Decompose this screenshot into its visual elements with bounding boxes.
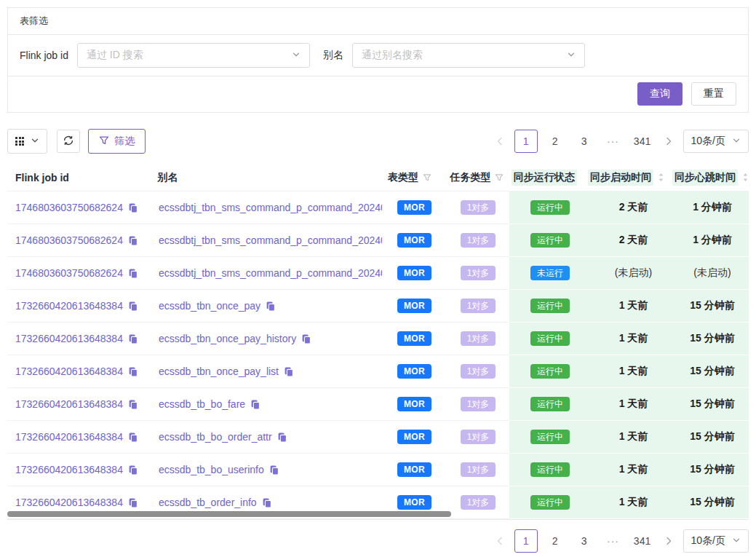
alias-cell: ecssdb_tb_bo_order_attr — [151, 421, 382, 454]
status-badge: 未运行 — [530, 266, 570, 280]
flink-job-id-select[interactable]: 通过 ID 搜索 — [77, 43, 310, 68]
page-button-341[interactable]: 341 — [631, 130, 654, 153]
column-title: 表类型 — [388, 171, 418, 184]
flink-job-id-link[interactable]: 1732660420613648384 — [15, 300, 123, 312]
query-button[interactable]: 查询 — [637, 82, 683, 106]
alias-cell: ecssdbtj_tbn_sms_command_p_command_20240… — [151, 191, 382, 224]
col-sync-heartbeat-time: 同步心跳时间 — [671, 170, 749, 186]
page-ellipsis[interactable]: ··· — [602, 529, 625, 553]
table-header-row: Flink job id别名表类型任务类型同步运行状态同步启动时间同步心跳时间 — [7, 164, 749, 191]
sync-start-time-cell: 2 天前 — [591, 224, 676, 257]
page-button-2[interactable]: 2 — [544, 130, 567, 153]
flink-job-id-link[interactable]: 1746803603750682624 — [15, 202, 123, 213]
flink-job-id-link[interactable]: 1746803603750682624 — [15, 267, 123, 279]
flink-job-id-link[interactable]: 1732660420613648384 — [15, 333, 123, 344]
table-row: 1732660420613648384ecssdb_tbn_once_payMO… — [7, 290, 749, 323]
copy-icon[interactable] — [301, 333, 311, 344]
sync-jobs-table: Flink job id别名表类型任务类型同步运行状态同步启动时间同步心跳时间 … — [7, 164, 749, 520]
alias-link[interactable]: ecssdb_tbn_once_pay_list — [159, 366, 279, 377]
reset-button[interactable]: 重置 — [691, 82, 736, 106]
table-type-cell: MOR — [382, 290, 447, 323]
task-type-badge: 1对多 — [461, 397, 496, 411]
alias-link[interactable]: ecssdb_tb_bo_fare — [159, 398, 245, 410]
flink-job-id-link[interactable]: 1732660420613648384 — [15, 431, 123, 443]
copy-icon[interactable] — [127, 432, 138, 443]
sync-start-time-value: 2 天前 — [619, 201, 648, 214]
next-page-button[interactable] — [660, 529, 677, 553]
task-type-cell: 1对多 — [447, 421, 509, 454]
page-button-341[interactable]: 341 — [631, 529, 654, 553]
copy-icon[interactable] — [127, 235, 138, 246]
table-type-cell: MOR — [382, 388, 447, 421]
copy-icon[interactable] — [265, 301, 276, 312]
flink-job-id-link[interactable]: 1732660420613648384 — [15, 366, 123, 377]
alias-placeholder: 通过别名搜索 — [362, 49, 423, 62]
col-sync-status: 同步运行状态 — [506, 170, 586, 186]
column-settings-button[interactable] — [7, 129, 47, 154]
alias-link[interactable]: ecssdb_tbn_once_pay_history — [159, 333, 296, 344]
copy-icon[interactable] — [127, 268, 138, 279]
page-button-3[interactable]: 3 — [573, 130, 596, 153]
chevron-down-icon — [567, 50, 576, 61]
alias-link[interactable]: ecssdb_tbn_once_pay — [159, 300, 260, 312]
copy-icon[interactable] — [127, 497, 138, 508]
prev-page-button[interactable] — [491, 529, 509, 553]
prev-page-button[interactable] — [491, 130, 509, 153]
table-type-badge: MOR — [397, 364, 431, 379]
flink-job-id-link[interactable]: 1732660420613648384 — [15, 497, 123, 508]
alias-link[interactable]: ecssdb_tb_order_info — [159, 497, 257, 508]
refresh-button[interactable] — [57, 130, 80, 153]
page-button-1[interactable]: 1 — [514, 130, 538, 153]
alias-link[interactable]: ecssdbtj_tbn_sms_command_p_command_20240… — [159, 202, 382, 213]
sync-start-time-cell: 1 天前 — [591, 454, 676, 486]
alias-select[interactable]: 通过别名搜索 — [352, 43, 585, 68]
sync-heartbeat-time-cell: 15 分钟前 — [676, 486, 749, 519]
copy-icon[interactable] — [127, 465, 138, 475]
next-page-button[interactable] — [660, 130, 677, 153]
table-row: 1732660420613648384ecssdb_tb_bo_userinfo… — [7, 454, 749, 486]
sync-start-time-value: 1 天前 — [619, 463, 648, 476]
sync-heartbeat-time-value: 15 分钟前 — [690, 398, 734, 411]
page-size-select[interactable]: 10条/页 — [683, 529, 749, 553]
page-button-3[interactable]: 3 — [573, 529, 596, 553]
flink-job-id-link[interactable]: 1732660420613648384 — [15, 464, 123, 475]
sort-icon[interactable] — [658, 173, 664, 182]
copy-icon[interactable] — [268, 465, 279, 475]
status-badge: 运行中 — [530, 331, 570, 346]
copy-icon[interactable] — [127, 202, 138, 213]
funnel-filter-icon[interactable] — [495, 173, 504, 182]
alias-link[interactable]: ecssdb_tb_bo_order_attr — [159, 431, 272, 443]
copy-icon[interactable] — [283, 366, 294, 377]
flink-job-id-cell: 1746803603750682624 — [7, 191, 151, 224]
copy-icon[interactable] — [250, 399, 260, 410]
funnel-filter-icon[interactable] — [423, 173, 431, 182]
flink-job-id-link[interactable]: 1732660420613648384 — [15, 398, 123, 410]
page-ellipsis[interactable]: ··· — [602, 130, 625, 153]
page-button-1[interactable]: 1 — [514, 529, 538, 553]
copy-icon[interactable] — [127, 333, 138, 344]
copy-icon[interactable] — [127, 366, 138, 377]
sort-icon[interactable] — [742, 173, 749, 182]
alias-link[interactable]: ecssdb_tb_bo_userinfo — [159, 464, 264, 475]
page-size-select[interactable]: 10条/页 — [683, 130, 749, 153]
copy-icon[interactable] — [261, 497, 272, 508]
sync-start-time-cell: 1 天前 — [591, 290, 676, 323]
flink-job-id-link[interactable]: 1746803603750682624 — [15, 234, 123, 246]
flink-job-id-label: Flink job id — [20, 50, 68, 61]
filter-button[interactable]: 筛选 — [88, 129, 146, 154]
sync-status-cell: 运行中 — [509, 388, 591, 421]
copy-icon[interactable] — [127, 301, 138, 312]
page-button-2[interactable]: 2 — [544, 529, 567, 553]
horizontal-scrollbar[interactable] — [7, 511, 451, 517]
grid-icon — [15, 137, 24, 146]
filter-button-label: 筛选 — [114, 135, 135, 148]
task-type-cell: 1对多 — [447, 191, 509, 224]
alias-link[interactable]: ecssdbtj_tbn_sms_command_p_command_20240… — [159, 267, 382, 279]
task-type-cell: 1对多 — [447, 486, 509, 519]
copy-icon[interactable] — [276, 432, 287, 443]
alias-link[interactable]: ecssdbtj_tbn_sms_command_p_command_20240… — [159, 234, 382, 246]
sync-heartbeat-time-value: (未启动) — [693, 266, 731, 280]
table-row: 1746803603750682624ecssdbtj_tbn_sms_comm… — [7, 224, 749, 257]
copy-icon[interactable] — [127, 399, 138, 410]
sync-heartbeat-time-value: 1 分钟前 — [693, 234, 732, 247]
